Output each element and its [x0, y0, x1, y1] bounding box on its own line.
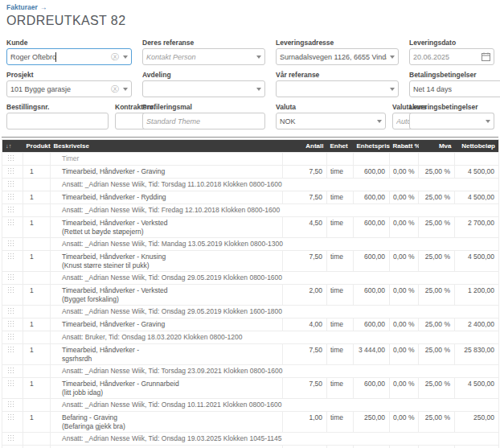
table-row-product[interactable]: 1Timearbeid, Håndverker - Grunnarbeid(li… — [2, 378, 499, 399]
deres-referanse-field: Deres referanse — [142, 39, 265, 65]
table-row-product[interactable]: 1Timearbeid, Håndverker - Rydding7,50tim… — [2, 191, 499, 204]
drag-handle-icon[interactable] — [7, 413, 14, 420]
chevron-down-icon[interactable] — [256, 88, 261, 91]
table-row-employee[interactable]: Ansatt: _Adrian Nesse Wiik, Tid: Onsdag … — [2, 433, 499, 446]
var-referanse-combobox[interactable] — [276, 80, 399, 97]
table-row-product[interactable]: 1Timearbeid, Håndverker - Verksted(Rette… — [2, 217, 499, 238]
cell-antall: 7,50 — [283, 446, 327, 448]
cell-rabatt: 0,00 % — [390, 446, 419, 448]
prosjekt-input[interactable] — [10, 85, 109, 93]
leveringsdato-input[interactable] — [413, 53, 480, 61]
leveringsadresse-input[interactable] — [280, 53, 387, 61]
table-row-employee[interactable]: Ansatt: _Adrian Nesse Wiik, Tid: Mandag … — [2, 238, 499, 251]
table-row-product[interactable]: 1Befaring - Graving(Befaringa gjekk bra)… — [2, 412, 499, 433]
avdeling-combobox[interactable] — [142, 80, 265, 97]
drag-handle-icon[interactable] — [7, 380, 14, 386]
bestillingsnr-input[interactable] — [10, 117, 105, 125]
chevron-down-icon[interactable] — [123, 55, 128, 59]
table-row-product[interactable]: 1Timearbeid, Håndverker - Verksted(Bygge… — [2, 285, 499, 306]
cell-beskrivelse: Timearbeid, Håndverker - Knusing(Knust s… — [51, 251, 283, 272]
clear-icon[interactable]: ⓧ — [111, 53, 119, 61]
cell-produkt — [23, 204, 51, 217]
drag-handle-icon[interactable] — [7, 167, 14, 174]
cell-enhetspris: 250,00 — [354, 412, 390, 433]
drag-cell — [2, 179, 23, 191]
drag-handle-icon[interactable] — [7, 154, 14, 161]
valuta-input[interactable] — [280, 117, 374, 125]
betalingsbetingelser-input[interactable] — [413, 85, 500, 93]
drag-handle-icon[interactable] — [7, 307, 14, 314]
drag-handle-icon[interactable] — [7, 367, 14, 373]
sort-icon[interactable]: ↓↑ — [2, 140, 23, 153]
chevron-down-icon[interactable] — [256, 55, 261, 59]
chevron-down-icon[interactable] — [390, 88, 395, 91]
deres-referanse-combobox[interactable] — [142, 48, 265, 65]
chevron-down-icon[interactable] — [390, 55, 395, 59]
table-row-employee[interactable]: Ansatt: Bruker, Tid: Onsdag 18.03.2020 K… — [2, 331, 499, 344]
drag-handle-icon[interactable] — [7, 333, 14, 339]
cell-enhetspris: 600,00 — [354, 319, 390, 331]
cell-antall: 4,50 — [283, 217, 327, 238]
profileringsmal-box[interactable] — [142, 113, 265, 129]
table-row-product[interactable]: 1Timearbeid, Håndverker - Graving4,00tim… — [2, 319, 499, 331]
betalingsbetingelser-combobox[interactable]: ⓧ — [409, 80, 500, 97]
drag-handle-icon[interactable] — [7, 193, 14, 199]
table-row-employee[interactable]: Ansatt: _Adrian Nesse Wiik, Tid: Torsdag… — [2, 179, 499, 191]
drag-handle-icon[interactable] — [7, 219, 14, 225]
drag-handle-icon[interactable] — [7, 434, 14, 441]
chevron-down-icon[interactable] — [377, 120, 382, 123]
chevron-down-icon[interactable] — [486, 120, 490, 123]
leveringsbetingelser-combobox[interactable] — [409, 113, 494, 129]
table-row-product[interactable]: 1Timearbeid, Håndverker - Graving7,50tim… — [2, 166, 499, 179]
cell-produkt — [23, 331, 51, 344]
table-row-employee[interactable]: Ansatt: _Adrian Nesse Wiik, Tid: Fredag … — [2, 204, 499, 217]
drag-cell — [2, 217, 23, 238]
leveringsadresse-combobox[interactable] — [276, 48, 399, 65]
var-referanse-label: Vår referanse — [276, 71, 399, 79]
drag-handle-icon[interactable] — [7, 401, 14, 407]
chevron-down-icon[interactable] — [123, 88, 128, 91]
cell-antall: 7,50 — [283, 378, 327, 399]
var-referanse-input[interactable] — [280, 85, 387, 93]
kunde-input[interactable] — [10, 53, 109, 61]
table-row-employee[interactable]: Ansatt: _Adrian Nesse Wiik, Tid: Onsdag … — [2, 306, 499, 319]
clear-icon[interactable]: ⓧ — [111, 85, 119, 93]
kunde-combobox[interactable]: ⓧ — [6, 48, 132, 65]
table-row-product[interactable]: 1Timearbeid, Håndverker -sgsrhsrdh7,50ti… — [2, 344, 499, 365]
leveringsbetingelser-input[interactable] — [413, 117, 482, 125]
drag-cell — [2, 238, 23, 251]
drag-handle-icon[interactable] — [7, 320, 14, 327]
column-header-mva: Mva — [419, 140, 455, 153]
deres-referanse-input[interactable] — [146, 53, 253, 61]
prosjekt-label: Prosjekt — [6, 71, 132, 79]
cell-beskrivelse: Ansatt: Bruker, Tid: Onsdag 18.03.2020 K… — [51, 331, 499, 344]
drag-handle-icon[interactable] — [7, 286, 14, 293]
cell-produkt: 1 — [23, 319, 51, 331]
order-form: Kunde ⓧ Deres referanse Leveringsadresse — [6, 39, 494, 129]
drag-handle-icon[interactable] — [7, 273, 14, 280]
drag-handle-icon[interactable] — [7, 253, 14, 259]
drag-handle-icon[interactable] — [7, 240, 14, 246]
prosjekt-combobox[interactable]: ⓧ — [6, 80, 132, 97]
table-row-employee[interactable]: Ansatt: _Adrian Nesse Wiik, Tid: Onsdag … — [2, 272, 499, 285]
cell-mva: 25,00 % — [419, 217, 455, 238]
cell-enhet: time — [327, 191, 354, 204]
table-row-product[interactable]: 1Timearbeid, Håndverker - Knusing(Knust … — [2, 251, 499, 272]
profileringsmal-input[interactable] — [146, 117, 261, 125]
leveringsdato-datepicker[interactable] — [409, 48, 494, 65]
cell-enhet — [327, 153, 354, 166]
calendar-icon[interactable] — [482, 52, 490, 61]
table-row-group[interactable]: Timer — [2, 153, 499, 166]
table-row-employee[interactable]: Ansatt: _Adrian Nesse Wiik, Tid: Onsdag … — [2, 399, 499, 412]
cell-antall: 7,50 — [283, 166, 327, 179]
drag-handle-icon[interactable] — [7, 180, 14, 187]
table-row-employee[interactable]: Ansatt: _Adrian Nesse Wiik, Tid: Torsdag… — [2, 365, 499, 378]
valuta-combobox[interactable] — [276, 113, 386, 129]
cell-produkt — [23, 365, 51, 378]
bestillingsnr-box[interactable] — [6, 113, 109, 129]
drag-handle-icon[interactable] — [7, 346, 14, 352]
avdeling-input[interactable] — [146, 85, 253, 93]
breadcrumb-fakturaer-link[interactable]: Fakturaer — [6, 3, 38, 11]
table-row-product[interactable]: 1Volvo A407,50time800,000,00 %25,00 %6 0… — [2, 446, 499, 448]
drag-handle-icon[interactable] — [7, 206, 14, 212]
